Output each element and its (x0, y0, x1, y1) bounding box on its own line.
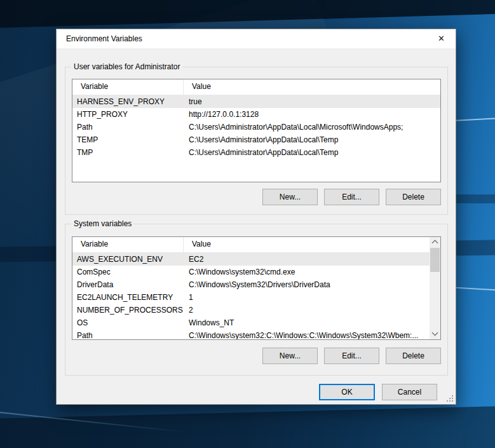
row-value: C:\Users\Administrator\AppData\Local\Tem… (184, 133, 440, 146)
scroll-up-icon[interactable] (430, 237, 440, 248)
table-row[interactable]: NUMBER_OF_PROCESSORS 2 (72, 304, 430, 316)
row-variable: EC2LAUNCH_TELEMETRY (72, 291, 184, 304)
wallpaper-beam (0, 405, 495, 448)
desktop-wallpaper: Environment Variables ✕ User variables f… (0, 0, 495, 448)
user-header-value[interactable]: Value (184, 79, 440, 95)
row-variable: TEMP (72, 133, 184, 146)
cancel-button[interactable]: Cancel (382, 384, 437, 400)
table-row[interactable]: AWS_EXECUTION_ENV EC2 (72, 253, 430, 266)
row-variable: Path (72, 329, 184, 340)
user-edit-button[interactable]: Edit... (324, 189, 379, 205)
scroll-down-icon[interactable] (430, 329, 440, 339)
row-variable: DriverData (72, 278, 184, 291)
table-row[interactable]: DriverData C:\Windows\System32\Drivers\D… (72, 278, 430, 291)
user-header-variable[interactable]: Variable (72, 79, 184, 95)
table-row[interactable]: ComSpec C:\Windows\system32\cmd.exe (72, 266, 430, 278)
row-variable: AWS_EXECUTION_ENV (72, 253, 184, 266)
row-variable: HTTP_PROXY (72, 108, 184, 121)
user-variables-group-label: User variables for Administrator (71, 62, 182, 71)
row-variable: OS (72, 316, 184, 329)
row-variable: ComSpec (72, 266, 184, 278)
row-value: 1 (184, 291, 430, 304)
ok-button[interactable]: OK (319, 384, 375, 400)
table-row[interactable]: EC2LAUNCH_TELEMETRY 1 (72, 291, 430, 304)
user-variables-list-content: Variable Value HARNESS_ENV_PROXY true HT… (72, 79, 440, 182)
system-list-header: Variable Value (72, 237, 430, 253)
row-value: C:\Windows\system32\cmd.exe (184, 266, 430, 278)
row-variable: NUMBER_OF_PROCESSORS (72, 304, 184, 316)
row-variable: Path (72, 121, 184, 133)
resize-grip-icon[interactable] (452, 400, 453, 402)
row-value: 2 (184, 304, 430, 316)
user-delete-button[interactable]: Delete (386, 189, 441, 205)
title-bar[interactable]: Environment Variables ✕ (57, 29, 456, 48)
close-icon[interactable]: ✕ (427, 29, 456, 48)
user-variables-list[interactable]: Variable Value HARNESS_ENV_PROXY true HT… (72, 79, 441, 182)
system-delete-button[interactable]: Delete (386, 348, 441, 364)
chevron-up-icon (432, 240, 438, 247)
user-new-button[interactable]: New... (262, 189, 318, 205)
row-value: Windows_NT (184, 316, 430, 329)
wallpaper-beam (0, 410, 187, 433)
scrollbar-thumb[interactable] (430, 248, 440, 272)
system-header-variable[interactable]: Variable (72, 237, 184, 252)
table-row[interactable]: OS Windows_NT (72, 316, 430, 329)
system-variables-group-label: System variables (71, 219, 134, 228)
table-row[interactable]: HARNESS_ENV_PROXY true (72, 95, 440, 108)
row-value: EC2 (184, 253, 430, 266)
row-value: true (184, 95, 440, 108)
environment-variables-dialog: Environment Variables ✕ User variables f… (56, 29, 456, 405)
system-new-button[interactable]: New... (262, 348, 318, 364)
wallpaper-beam (0, 0, 495, 28)
row-variable: TMP (72, 146, 184, 159)
table-row[interactable]: Path C:\Users\Administrator\AppData\Loca… (72, 121, 440, 133)
system-list-scrollbar[interactable] (430, 237, 440, 339)
row-value: C:\Users\Administrator\AppData\Local\Mic… (184, 121, 440, 133)
table-row[interactable]: HTTP_PROXY http://127.0.0.1:3128 (72, 108, 440, 121)
system-edit-button[interactable]: Edit... (324, 348, 379, 364)
dialog-title: Environment Variables (66, 29, 142, 48)
table-row[interactable]: TEMP C:\Users\Administrator\AppData\Loca… (72, 133, 440, 146)
user-list-header: Variable Value (72, 79, 440, 95)
table-row[interactable]: TMP C:\Users\Administrator\AppData\Local… (72, 146, 440, 159)
system-variables-list-content: Variable Value AWS_EXECUTION_ENV EC2 Com… (72, 237, 430, 339)
row-value: C:\Windows\system32:C:\Windows:C:\Window… (184, 329, 430, 340)
chevron-down-icon (432, 330, 438, 336)
system-variables-list[interactable]: Variable Value AWS_EXECUTION_ENV EC2 Com… (72, 236, 441, 340)
system-header-value[interactable]: Value (184, 237, 430, 252)
row-value: http://127.0.0.1:3128 (184, 108, 440, 121)
row-variable: HARNESS_ENV_PROXY (72, 95, 184, 108)
row-value: C:\Users\Administrator\AppData\Local\Tem… (184, 146, 440, 159)
row-value: C:\Windows\System32\Drivers\DriverData (184, 278, 430, 291)
table-row[interactable]: Path C:\Windows\system32:C:\Windows:C:\W… (72, 329, 430, 340)
